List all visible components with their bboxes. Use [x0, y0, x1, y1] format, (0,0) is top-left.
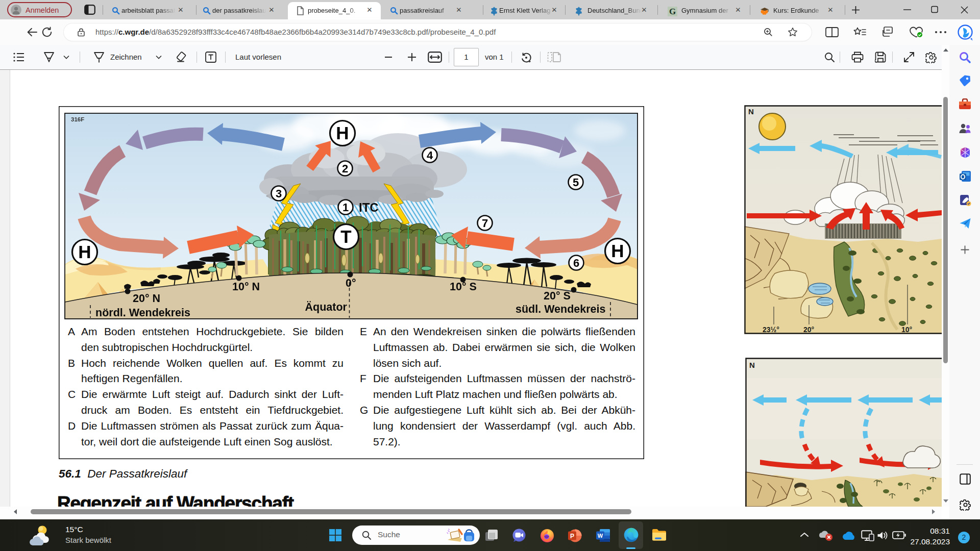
svg-text:10° S: 10° S: [450, 281, 477, 293]
svg-text:H: H: [78, 242, 91, 262]
svg-text:ITC: ITC: [359, 201, 379, 214]
svg-text:10° N: 10° N: [232, 281, 260, 293]
svg-text:20° N: 20° N: [133, 292, 160, 305]
svg-text:20°: 20°: [803, 325, 814, 334]
svg-text:6: 6: [573, 257, 579, 269]
svg-text:P: P: [570, 533, 574, 540]
svg-text:T: T: [340, 227, 351, 246]
svg-text:5: 5: [573, 176, 579, 189]
svg-text:W: W: [598, 533, 603, 539]
svg-text:7: 7: [482, 217, 488, 230]
svg-text:0°: 0°: [346, 277, 356, 289]
svg-text:N: N: [749, 361, 755, 369]
svg-text:316F: 316F: [71, 116, 84, 122]
svg-text:N: N: [748, 107, 754, 116]
svg-text:20° S: 20° S: [544, 290, 571, 302]
svg-text:südl. Wendekreis: südl. Wendekreis: [516, 303, 605, 315]
svg-text:10°: 10°: [901, 325, 912, 334]
svg-text:nördl. Wendekreis: nördl. Wendekreis: [95, 307, 190, 319]
svg-text:4: 4: [427, 149, 433, 162]
svg-text:1: 1: [342, 201, 349, 214]
svg-text:H: H: [611, 241, 624, 261]
svg-text:2: 2: [342, 162, 348, 175]
svg-text:H: H: [336, 123, 349, 143]
svg-text:Äquator: Äquator: [305, 301, 348, 313]
svg-text:3: 3: [276, 187, 282, 200]
svg-text:23½°: 23½°: [763, 325, 779, 334]
